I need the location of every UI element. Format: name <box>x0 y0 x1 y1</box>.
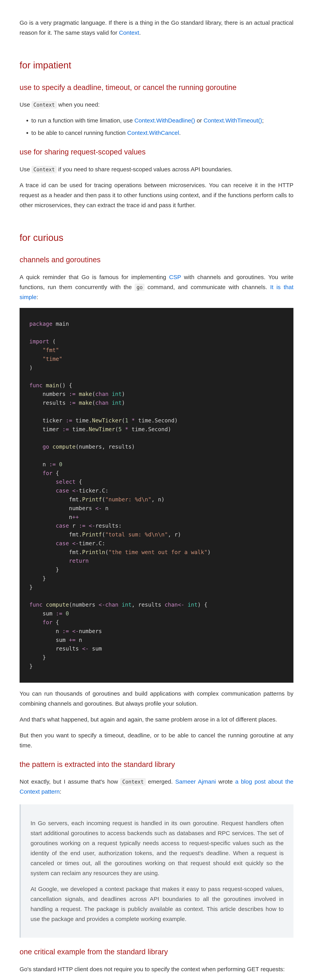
for-impatient-heading: for impatient <box>20 57 293 73</box>
use-deadline-heading: use to specify a deadline, timeout, or c… <box>20 81 293 94</box>
critical-p1: Go's standard HTTP client does not requi… <box>20 964 293 974</box>
pattern-paragraph: Not exactly, but I assume that's how Con… <box>20 776 293 797</box>
quote-p2: At Google, we developed a context packag… <box>30 884 284 924</box>
pattern-heading: the pattern is extracted into the standa… <box>20 758 293 771</box>
with-cancel-link[interactable]: Context.WithCancel <box>127 130 179 136</box>
text: when you need: <box>57 101 100 108</box>
list-item: to be able to cancel running function Co… <box>31 128 293 138</box>
text: wrote <box>216 778 236 785</box>
quote-p1: In Go servers, each incoming request is … <box>30 818 284 878</box>
text: Use <box>20 166 32 172</box>
text: A quick reminder that Go is famous for i… <box>20 274 169 280</box>
text: Not exactly, but I assume that's how <box>20 778 120 785</box>
text: : <box>60 788 61 795</box>
context-code: Context <box>120 778 145 785</box>
text: . <box>179 130 180 136</box>
context-code: Context <box>32 166 57 173</box>
code-block-main: package main import ( "fmt" "time" ) fun… <box>20 308 293 682</box>
text: emerged. <box>145 778 175 785</box>
sharing-paragraph-1: Use Context if you need to share request… <box>20 164 293 174</box>
text: Go is a very pragmatic language. If ther… <box>20 19 293 36</box>
quote-block: In Go servers, each incoming request is … <box>20 804 293 938</box>
text: : <box>36 294 38 300</box>
for-curious-heading: for curious <box>20 230 293 246</box>
channels-heading: channels and goroutines <box>20 253 293 266</box>
after-code-p1: You can run thousands of goroutines and … <box>20 689 293 708</box>
csp-link[interactable]: CSP <box>169 274 181 280</box>
text: to be able to cancel running function <box>31 130 127 136</box>
after-code-p2: And that's what happened, but again and … <box>20 714 293 724</box>
context-code: Context <box>32 101 57 108</box>
text: ; <box>262 117 264 124</box>
text: Use <box>20 101 32 108</box>
text: command, and communicate with channels. <box>144 284 270 290</box>
curious-paragraph: A quick reminder that Go is famous for i… <box>20 272 293 302</box>
list-item: to run a function with time limation, us… <box>31 115 293 126</box>
after-code-p3: But then you want to specify a timeout, … <box>20 730 293 750</box>
intro-paragraph: Go is a very pragmatic language. If ther… <box>20 18 293 38</box>
sharing-heading: use for sharing request-scoped values <box>20 146 293 158</box>
critical-heading: one critical example from the standard l… <box>20 945 293 958</box>
sharing-paragraph-2: A trace id can be used for tracing opera… <box>20 180 293 210</box>
text: if you need to share request-scoped valu… <box>57 166 232 172</box>
text: . <box>139 29 141 36</box>
with-deadline-link[interactable]: Context.WithDeadline() <box>134 117 195 124</box>
sameer-link[interactable]: Sameer Ajmani <box>175 778 216 785</box>
text: or <box>195 117 204 124</box>
text: to run a function with time limation, us… <box>31 117 134 124</box>
with-timeout-link[interactable]: Context.WithTimeout() <box>204 117 262 124</box>
go-code: go <box>135 284 144 291</box>
impatient-list: to run a function with time limation, us… <box>20 115 293 138</box>
use-context-paragraph: Use Context when you need: <box>20 100 293 110</box>
context-link[interactable]: Context <box>119 29 139 36</box>
